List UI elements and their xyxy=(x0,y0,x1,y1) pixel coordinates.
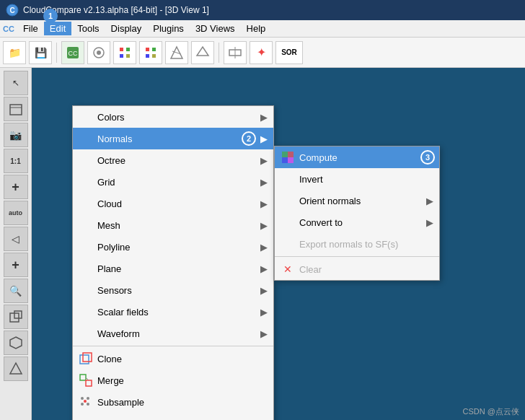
toolbar-sor[interactable]: SOR xyxy=(275,41,303,64)
menu-grid[interactable]: Grid ▶ xyxy=(73,171,273,193)
sidebar-view3d[interactable] xyxy=(4,97,28,121)
octree-icon xyxy=(79,153,93,167)
submenu-export-normals[interactable]: Export normals to SF(s) xyxy=(275,233,439,255)
cloud-icon xyxy=(79,196,93,211)
toolbar-icon-8[interactable]: ✦ xyxy=(250,41,273,64)
menu-item-display[interactable]: Display xyxy=(105,22,148,35)
toolbar-open[interactable]: 📁 xyxy=(3,41,26,64)
sidebar-tri[interactable] xyxy=(4,356,28,381)
svg-text:C: C xyxy=(9,6,14,14)
clear-icon: ✕ xyxy=(281,262,295,276)
orient-normals-icon xyxy=(281,193,295,208)
svg-rect-6 xyxy=(120,48,123,51)
sensors-icon xyxy=(79,283,93,297)
menu-item-tools[interactable]: Tools xyxy=(71,22,105,35)
subsample-icon xyxy=(79,395,93,409)
toolbar-icon-6[interactable] xyxy=(191,41,214,64)
menu-plane[interactable]: Plane ▶ xyxy=(73,258,273,279)
title-bar: C CloudCompare v2.13.alpha [64-bit] - [3… xyxy=(0,0,525,20)
svg-rect-28 xyxy=(86,380,92,386)
toolbar-icon-3[interactable] xyxy=(113,41,136,64)
toolbar-icon-5[interactable] xyxy=(165,41,188,64)
toolbar-icon-4[interactable] xyxy=(139,41,162,64)
svg-rect-41 xyxy=(288,152,294,157)
menu-waveform[interactable]: Waveform ▶ xyxy=(73,323,273,344)
svg-rect-26 xyxy=(83,353,92,362)
edit-menu: Colors ▶ Normals ▶ 2 Octree ▶ Grid ▶ xyxy=(72,105,274,420)
svg-rect-22 xyxy=(14,311,22,318)
menu-item-file[interactable]: File xyxy=(17,22,44,35)
content-area: Colors ▶ Normals ▶ 2 Octree ▶ Grid ▶ xyxy=(32,68,525,420)
menu-item-help[interactable]: Help xyxy=(241,22,272,35)
svg-marker-16 xyxy=(197,47,208,56)
menu-apply-transform[interactable]: Apply transformation Ctrl+T xyxy=(73,413,273,420)
sidebar-box[interactable] xyxy=(4,331,28,355)
menu-logo: CC xyxy=(3,25,14,33)
sidebar-auto[interactable]: auto xyxy=(4,201,28,225)
submenu-orient-normals[interactable]: Orient normals ▶ xyxy=(275,190,439,211)
submenu-sep xyxy=(275,256,439,257)
mesh-icon xyxy=(79,218,93,232)
menu-clone[interactable]: Clone xyxy=(73,348,273,369)
apply-transform-icon xyxy=(79,416,93,420)
svg-rect-13 xyxy=(152,54,156,58)
submenu-clear[interactable]: ✕ Clear xyxy=(275,258,439,280)
submenu-invert[interactable]: Invert xyxy=(275,168,439,190)
menu-cloud[interactable]: Cloud ▶ xyxy=(73,193,273,214)
toolbar-sep-2 xyxy=(219,43,219,63)
svg-rect-9 xyxy=(126,54,130,58)
svg-point-33 xyxy=(87,403,89,406)
menu-item-3dviews[interactable]: 3D Views xyxy=(190,22,241,35)
menu-subsample[interactable]: Subsample xyxy=(73,391,273,413)
toolbar-sep-1 xyxy=(56,43,57,63)
toolbar-icon-1[interactable]: CC xyxy=(61,41,84,64)
sidebar-scale-1-1[interactable]: 1:1 xyxy=(4,149,28,173)
sidebar-zoom-search[interactable]: 🔍 xyxy=(4,279,28,303)
menu-merge[interactable]: Merge xyxy=(73,369,273,391)
normals-icon xyxy=(79,131,93,146)
normals-badge: 2 xyxy=(242,131,256,146)
menu-octree[interactable]: Octree ▶ xyxy=(73,149,273,171)
menu-polyline[interactable]: Polyline ▶ xyxy=(73,236,273,258)
svg-rect-10 xyxy=(146,48,149,51)
svg-rect-12 xyxy=(146,54,149,58)
left-sidebar: ↖ 📷 1:1 + auto ◁ + 🔍 xyxy=(0,68,32,420)
svg-rect-25 xyxy=(80,355,89,364)
merge-icon xyxy=(79,373,93,388)
toolbar-icon-7[interactable] xyxy=(224,41,247,64)
sidebar-camera[interactable]: 📷 xyxy=(4,123,28,147)
scalar-fields-icon xyxy=(79,305,93,319)
menu-colors[interactable]: Colors ▶ xyxy=(73,106,273,128)
svg-rect-19 xyxy=(10,105,22,115)
menu-mesh[interactable]: Mesh ▶ xyxy=(73,214,273,236)
menu-scalar-fields[interactable]: Scalar fields ▶ xyxy=(73,301,273,323)
sidebar-cube[interactable] xyxy=(4,305,28,329)
svg-rect-40 xyxy=(282,152,288,157)
svg-point-30 xyxy=(81,397,84,400)
toolbar: 📁 💾 CC ✦ SOR xyxy=(0,38,525,68)
app-logo: C xyxy=(6,4,19,17)
sidebar-back[interactable]: ◁ xyxy=(4,227,28,251)
waveform-icon xyxy=(79,326,93,341)
sidebar-zoom-in[interactable]: + xyxy=(4,175,28,199)
plane-icon xyxy=(79,261,93,276)
sidebar-pointer[interactable]: ↖ xyxy=(4,71,28,95)
submenu-convert-to[interactable]: Convert to ▶ xyxy=(275,211,439,233)
menu-item-edit[interactable]: Edit xyxy=(44,22,71,35)
svg-rect-27 xyxy=(80,375,86,380)
compute-icon xyxy=(281,150,295,165)
toolbar-icon-2[interactable] xyxy=(87,41,110,64)
toolbar-save[interactable]: 💾 xyxy=(29,41,52,64)
svg-marker-24 xyxy=(10,363,22,374)
svg-rect-42 xyxy=(282,157,288,163)
main-area: ↖ 📷 1:1 + auto ◁ + 🔍 Colors ▶ xyxy=(0,68,525,420)
menu-sensors[interactable]: Sensors ▶ xyxy=(73,279,273,301)
menu-item-plugins[interactable]: Plugins xyxy=(147,22,190,35)
svg-marker-23 xyxy=(10,337,22,349)
svg-point-34 xyxy=(84,400,87,403)
polyline-icon xyxy=(79,240,93,254)
sidebar-zoom-plus[interactable]: + xyxy=(4,253,28,277)
submenu-compute[interactable]: Compute 3 xyxy=(275,146,439,168)
colors-icon xyxy=(79,110,93,124)
menu-normals[interactable]: Normals ▶ 2 xyxy=(73,128,273,149)
